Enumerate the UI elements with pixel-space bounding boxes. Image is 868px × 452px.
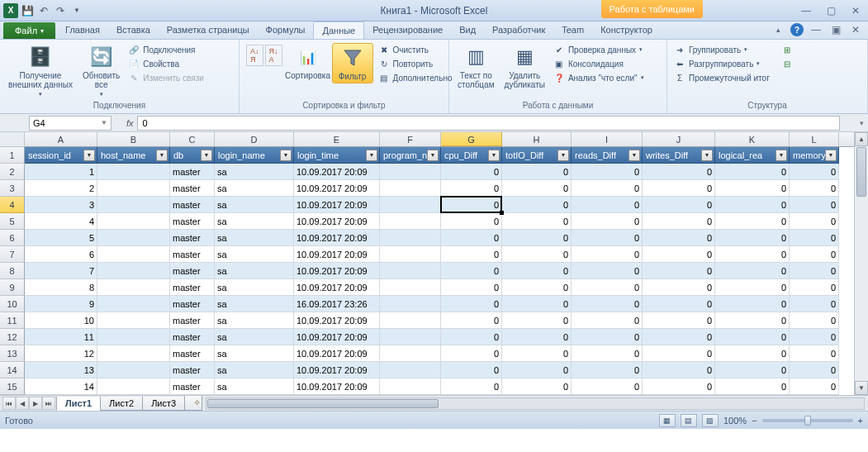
expand-formula-icon[interactable]: ▾ (855, 119, 868, 127)
save-icon[interactable]: 💾 (20, 3, 35, 18)
cell-grid[interactable]: session_id▼host_name▼db▼login_name▼login… (25, 147, 854, 395)
add-sheet-button[interactable]: ✧ (184, 396, 202, 411)
cell[interactable]: 0 (441, 345, 502, 362)
filter-button[interactable]: Фильтр (332, 43, 373, 83)
table-header-cell[interactable]: logical_rea▼ (715, 147, 790, 164)
cell[interactable] (380, 180, 441, 197)
sort-asc-button[interactable]: А↓Я (246, 45, 263, 66)
cell[interactable] (380, 230, 441, 246)
zoom-in-icon[interactable]: + (858, 416, 863, 426)
cell[interactable]: 0 (502, 246, 572, 263)
scrollbar-thumb[interactable] (856, 147, 866, 197)
cell[interactable]: sa (215, 164, 294, 180)
cell[interactable]: 10.09.2017 20:09 (294, 378, 380, 395)
cell[interactable]: 10.09.2017 20:09 (294, 230, 380, 246)
cell[interactable]: 0 (790, 296, 839, 312)
cell[interactable]: 0 (643, 312, 715, 329)
horizontal-scrollbar[interactable] (206, 397, 865, 410)
cell[interactable] (97, 180, 170, 197)
subtotal-button[interactable]: ΣПромежуточный итог (672, 71, 771, 84)
cell[interactable]: 0 (441, 296, 502, 312)
column-header[interactable]: D (215, 132, 294, 146)
table-header-cell[interactable]: db▼ (170, 147, 215, 164)
row-header[interactable]: 15 (0, 378, 25, 395)
filter-dropdown-button[interactable]: ▼ (156, 150, 168, 161)
cell[interactable]: 0 (715, 197, 790, 213)
cell[interactable]: sa (215, 180, 294, 197)
cell[interactable]: 0 (441, 197, 502, 213)
cell[interactable]: 0 (715, 180, 790, 197)
cell[interactable] (97, 345, 170, 362)
refresh-all-button[interactable]: 🔄 Обновить все▾ (79, 43, 123, 99)
cell[interactable]: master (170, 230, 215, 246)
row-header[interactable]: 4 (0, 197, 25, 213)
cell[interactable]: 0 (790, 230, 839, 246)
cell[interactable]: 0 (572, 180, 643, 197)
cell[interactable]: sa (215, 378, 294, 395)
qat-dropdown-icon[interactable]: ▼ (69, 3, 84, 18)
cell[interactable]: 0 (643, 296, 715, 312)
row-header[interactable]: 14 (0, 362, 25, 378)
row-header[interactable]: 3 (0, 180, 25, 197)
cell[interactable]: 0 (790, 197, 839, 213)
cell[interactable]: 0 (643, 345, 715, 362)
cell[interactable]: 0 (572, 362, 643, 378)
cell[interactable]: 0 (715, 296, 790, 312)
cell[interactable]: 6 (25, 246, 97, 263)
cell[interactable]: master (170, 197, 215, 213)
cell[interactable]: 0 (502, 378, 572, 395)
reapply-filter-button[interactable]: ↻Повторить (377, 57, 454, 70)
fill-handle[interactable] (500, 211, 504, 215)
sheet-tab[interactable]: Лист1 (56, 397, 101, 411)
fx-icon[interactable]: fx (126, 118, 134, 128)
cell[interactable]: 0 (790, 246, 839, 263)
cell[interactable]: sa (215, 197, 294, 213)
cell[interactable] (97, 263, 170, 279)
undo-icon[interactable]: ↶ (36, 3, 51, 18)
cell[interactable]: 0 (715, 362, 790, 378)
tab-разметка страницы[interactable]: Разметка страницы (159, 21, 258, 39)
cell[interactable] (380, 345, 441, 362)
table-header-cell[interactable]: program_n▼ (380, 147, 441, 164)
cell[interactable] (97, 246, 170, 263)
column-header[interactable]: I (572, 132, 643, 146)
child-restore-icon[interactable]: ▣ (828, 23, 843, 36)
cell[interactable]: sa (215, 362, 294, 378)
cell[interactable]: sa (215, 230, 294, 246)
cell[interactable]: 0 (502, 345, 572, 362)
cell[interactable]: 7 (25, 263, 97, 279)
row-header[interactable]: 9 (0, 279, 25, 296)
cell[interactable] (97, 164, 170, 180)
row-header[interactable]: 2 (0, 164, 25, 180)
cell[interactable] (380, 263, 441, 279)
cell[interactable] (97, 230, 170, 246)
cell[interactable] (97, 378, 170, 395)
file-tab[interactable]: Файл▾ (3, 22, 55, 39)
cell[interactable]: 0 (790, 213, 839, 230)
cell[interactable]: 0 (441, 230, 502, 246)
cell[interactable]: 0 (790, 378, 839, 395)
cell[interactable]: sa (215, 213, 294, 230)
cell[interactable]: 0 (643, 164, 715, 180)
cell[interactable]: 10.09.2017 20:09 (294, 362, 380, 378)
cell[interactable] (380, 279, 441, 296)
cell[interactable]: 1 (25, 164, 97, 180)
filter-dropdown-button[interactable]: ▼ (557, 150, 569, 161)
cell[interactable]: 0 (441, 279, 502, 296)
cell[interactable] (380, 362, 441, 378)
page-layout-view-icon[interactable]: ▤ (681, 414, 697, 427)
cell[interactable]: 0 (572, 213, 643, 230)
get-external-data-button[interactable]: 🗄️ Получение внешних данных▾ (5, 43, 76, 99)
row-header[interactable]: 7 (0, 246, 25, 263)
clear-filter-button[interactable]: ✖Очистить (377, 43, 454, 56)
row-header[interactable]: 1 (0, 147, 25, 164)
row-header[interactable]: 11 (0, 312, 25, 329)
tab-рецензирование[interactable]: Рецензирование (364, 21, 451, 39)
advanced-filter-button[interactable]: ▤Дополнительно (377, 71, 454, 84)
edit-links-button[interactable]: ✎Изменить связи (126, 71, 206, 84)
cell[interactable]: 10.09.2017 20:09 (294, 312, 380, 329)
cell[interactable]: 0 (790, 362, 839, 378)
tab-главная[interactable]: Главная (57, 21, 108, 39)
column-header[interactable]: L (790, 132, 839, 146)
cell[interactable]: 10.09.2017 20:09 (294, 180, 380, 197)
